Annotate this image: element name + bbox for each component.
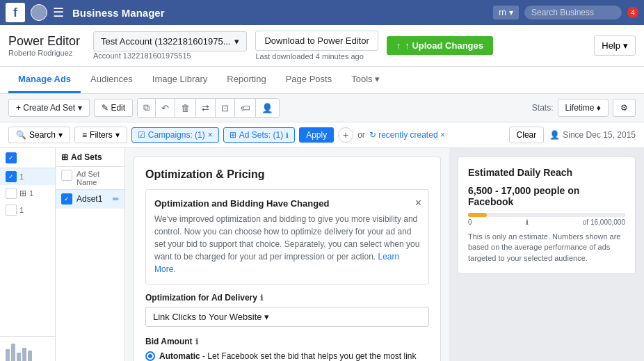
tab-manage-ads[interactable]: Manage Ads — [8, 67, 81, 93]
pe-title-block: Power Editor Roberto Rodriguez — [8, 34, 85, 58]
automatic-radio-row: Automatic - Let Facebook set the bid tha… — [145, 351, 429, 361]
ads-item[interactable]: 1 — [0, 202, 55, 218]
optimization-delivery-row: Optimization for Ad Delivery ℹ Link Clic… — [145, 293, 429, 327]
filter-bar: 🔍 Search ▾ ≡ Filters ▾ ☑ Campaigns: (1) … — [0, 122, 644, 148]
power-editor-title: Power Editor — [8, 34, 85, 49]
hamburger-menu-icon[interactable]: ☰ — [53, 5, 64, 20]
grid-icon: ⊞ — [230, 130, 236, 140]
info-icon[interactable]: ℹ — [286, 131, 289, 139]
bar-4 — [22, 348, 26, 361]
tab-image-library[interactable]: Image Library — [143, 67, 217, 93]
campaigns-filter-tag[interactable]: ☑ Campaigns: (1) × — [131, 127, 219, 143]
apply-filter-button[interactable]: Apply — [299, 127, 334, 143]
top-navigation: f ☰ Business Manager rn ▾ 4 — [0, 0, 644, 25]
grid-small-icon: ⊞ — [19, 188, 26, 198]
tag-button[interactable]: 🏷 — [235, 99, 256, 117]
add-filter-button[interactable]: + — [338, 127, 353, 143]
clear-button[interactable]: Clear — [509, 127, 545, 143]
reach-bar-labels: 0 ℹ of 16,000,000 — [468, 218, 625, 226]
campaigns-panel: ✓ ✓ 1 ⊞ 1 1 — [0, 148, 56, 361]
user-button[interactable]: 👤 — [256, 99, 279, 117]
power-editor-header: Power Editor Roberto Rodriguez Test Acco… — [0, 25, 644, 67]
optimization-delivery-dropdown[interactable]: Link Clicks to Your Website ▾ — [145, 307, 429, 327]
undo-button[interactable]: ↶ — [156, 99, 175, 117]
recently-created-tag[interactable]: ↻ recently created × — [369, 130, 445, 140]
chevron-down-icon: ▾ — [623, 40, 628, 51]
duplicate-button[interactable]: ⧉ — [138, 99, 156, 117]
reach-info-text: This is only an estimate. Numbers shown … — [468, 232, 625, 264]
grid-icon: ⊞ — [61, 152, 68, 162]
campaign-checkbox[interactable]: ✓ — [6, 171, 17, 182]
download-button[interactable]: Download to Power Editor — [255, 31, 378, 51]
automatic-radio-label: Automatic - Let Facebook set the bid tha… — [159, 351, 429, 361]
adsets-item[interactable]: ⊞ 1 — [0, 185, 55, 202]
tab-tools[interactable]: Tools ▾ — [341, 67, 389, 93]
chevron-down-icon: ▾ — [78, 103, 82, 113]
download-info-area: Download to Power Editor Last downloaded… — [255, 31, 378, 61]
adsets-checkbox[interactable] — [6, 188, 17, 199]
notification-badge[interactable]: 4 — [627, 7, 638, 18]
bar-2 — [11, 344, 15, 361]
calendar-icon: 👤 — [549, 130, 560, 140]
checkbox-icon: ☑ — [138, 130, 145, 140]
help-button[interactable]: Help ▾ — [594, 35, 636, 56]
filter-right-section: Clear 👤 Since Dec 15, 2015 — [509, 127, 636, 143]
user-menu-button[interactable]: rn ▾ — [493, 6, 519, 19]
reach-info-icon[interactable]: ℹ — [526, 218, 529, 226]
main-content-area: ✓ ✓ 1 ⊞ 1 1 ⊞ Ad Sets — [0, 148, 644, 361]
upload-icon: ↑ — [396, 40, 401, 51]
adsets-filter-tag[interactable]: ⊞ Ad Sets: (1) ℹ — [223, 127, 295, 143]
adsets-panel: ⊞ Ad Sets Ad Set Name ✓ Adset1 ✏ — [56, 148, 125, 361]
chevron-down-icon: ▾ — [115, 130, 120, 140]
chevron-down-icon: ▾ — [58, 130, 63, 140]
bar-5 — [28, 351, 32, 361]
bid-info-icon[interactable]: ℹ — [195, 337, 198, 346]
info-icon[interactable]: ℹ — [260, 294, 263, 303]
select-all-campaigns-checkbox[interactable]: ✓ — [6, 152, 17, 163]
notice-close-icon[interactable]: × — [415, 197, 421, 209]
columns-settings-button[interactable]: ⚙ — [613, 99, 636, 117]
lifetime-dropdown[interactable]: Lifetime ♦ — [558, 99, 609, 117]
facebook-logo: f — [6, 3, 25, 22]
adsets-table-header: Ad Set Name — [56, 167, 124, 190]
adset-row-1[interactable]: ✓ Adset1 ✏ — [56, 190, 124, 209]
optimization-title: Optimization & Pricing — [145, 168, 429, 181]
campaign-item-1[interactable]: ✓ 1 — [0, 168, 55, 185]
tab-audiences[interactable]: Audiences — [81, 67, 143, 93]
reach-bar-container: 0 ℹ of 16,000,000 — [468, 213, 625, 226]
adset-checkbox[interactable]: ✓ — [61, 193, 72, 204]
automatic-radio[interactable] — [145, 351, 155, 361]
global-search-input[interactable] — [524, 6, 622, 19]
last-downloaded-label: Last downloaded 4 minutes ago — [255, 52, 378, 61]
tab-reporting[interactable]: Reporting — [217, 67, 275, 93]
upload-changes-button[interactable]: ↑ ↑ Upload Changes — [387, 36, 493, 55]
target-button[interactable]: ⊡ — [216, 99, 235, 117]
ads-checkbox[interactable] — [6, 204, 17, 216]
search-filter-button[interactable]: 🔍 Search ▾ — [8, 127, 70, 143]
bar-chart — [6, 342, 49, 361]
optimization-notice: Optimization and Bidding Have Changed We… — [145, 189, 429, 284]
account-selector-area: Test Account (1322181601975... ▾ Account… — [93, 31, 247, 60]
tab-page-posts[interactable]: Page Posts — [276, 67, 342, 93]
reach-bar-fill — [468, 213, 487, 217]
bar-1 — [6, 349, 10, 361]
stats-section: Stats: Lifetime ♦ ⚙ — [532, 99, 636, 117]
notice-text: We've improved optimization and bidding … — [154, 213, 420, 275]
select-all-adsets-checkbox[interactable] — [61, 170, 72, 181]
edit-pencil-icon[interactable]: ✏ — [113, 195, 119, 204]
adsets-panel-header: ⊞ Ad Sets — [56, 148, 124, 167]
bar-3 — [17, 353, 21, 361]
estimated-reach-card: Estimated Daily Reach 6,500 - 17,000 peo… — [458, 157, 636, 274]
right-panel: Estimated Daily Reach 6,500 - 17,000 peo… — [449, 148, 644, 361]
app-title: Business Manager — [72, 7, 488, 19]
tab-navigation: Manage Ads Audiences Image Library Repor… — [0, 67, 644, 94]
account-select-dropdown[interactable]: Test Account (1322181601975... ▾ — [93, 31, 247, 51]
delete-button[interactable]: 🗑 — [175, 99, 196, 117]
edit-button[interactable]: ✎ Edit — [94, 99, 133, 117]
close-icon[interactable]: × — [208, 130, 213, 140]
create-ad-set-button[interactable]: + Create Ad Set ▾ — [8, 99, 90, 117]
optimization-panel: Optimization & Pricing Optimization and … — [125, 148, 449, 361]
split-button[interactable]: ⇄ — [196, 99, 216, 117]
chart-area — [0, 336, 55, 361]
filters-button[interactable]: ≡ Filters ▾ — [74, 127, 127, 143]
